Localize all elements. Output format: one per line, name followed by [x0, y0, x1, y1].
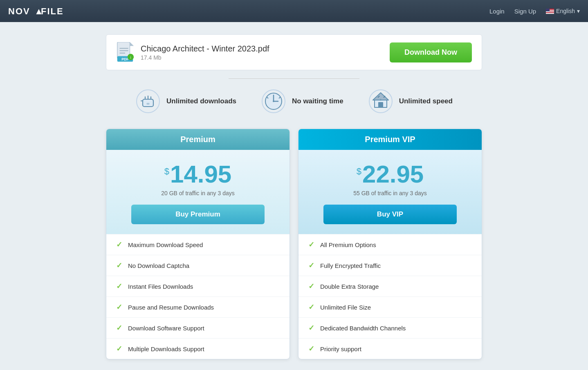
file-icon-wrap: PDF ↓: [116, 42, 134, 62]
feature-label: Double Extra Storage: [320, 283, 379, 290]
main-content: PDF ↓ Chicago Architect - Winter 2023.pd…: [98, 22, 490, 370]
speed-icon: ↑: [368, 89, 393, 114]
plan-premium-header: Premium: [106, 129, 290, 150]
plan-vip-dollar: $: [357, 166, 361, 177]
feature-label: Fully Encrypted Traffic: [320, 262, 381, 269]
divider: [229, 78, 359, 79]
language-label: English: [556, 8, 575, 14]
feature-label: Maximum Download Speed: [128, 241, 203, 248]
plan-vip-price: $ 22.95: [307, 162, 474, 187]
file-left: PDF ↓ Chicago Architect - Winter 2023.pd…: [116, 42, 269, 62]
plan-premium-traffic: 20 GB of traffic in any 3 days: [114, 190, 281, 196]
download-now-button[interactable]: Download Now: [390, 42, 472, 62]
clock-icon: [261, 89, 286, 114]
check-icon: ✓: [308, 344, 314, 353]
plan-premium-features: ✓ Maximum Download Speed ✓ No Download C…: [106, 234, 290, 359]
svg-text:↑: ↑: [379, 98, 382, 102]
file-icon: PDF ↓: [116, 42, 134, 62]
svg-marker-5: [130, 42, 134, 46]
plan-vip-traffic: 55 GB of traffic in any 3 days: [307, 190, 474, 196]
plan-vip: Premium VIP $ 22.95 55 GB of traffic in …: [298, 129, 482, 359]
list-item: ✓ Priority support: [298, 338, 482, 359]
check-icon: ✓: [308, 261, 314, 270]
logo-svg: NOV ▲ FILE: [8, 4, 72, 18]
svg-text:FILE: FILE: [41, 6, 64, 16]
feature-unlimited-downloads: ∞ Unlimited downloads: [135, 89, 236, 114]
plan-premium-dollar: $: [164, 166, 169, 177]
feature-unlimited-speed: ↑ Unlimited speed: [368, 89, 453, 114]
feature-label: All Premium Options: [320, 241, 376, 248]
svg-point-24: [273, 100, 274, 102]
list-item: ✓ Instant Files Downloads: [106, 276, 290, 296]
plan-vip-price-box: $ 22.95 55 GB of traffic in any 3 days B…: [298, 150, 482, 234]
svg-text:↓: ↓: [130, 54, 132, 59]
buy-premium-button[interactable]: Buy Premium: [131, 205, 265, 224]
check-icon: ✓: [116, 344, 122, 353]
file-size: 17.4 Mb: [141, 54, 269, 61]
plan-vip-header: Premium VIP: [298, 129, 482, 150]
plan-premium-price-box: $ 14.95 20 GB of traffic in any 3 days B…: [106, 150, 290, 234]
signup-link[interactable]: Sign Up: [514, 8, 536, 15]
check-icon: ✓: [116, 261, 122, 270]
list-item: ✓ All Premium Options: [298, 234, 482, 255]
list-item: ✓ Multiple Downloads Support: [106, 338, 290, 359]
file-details: Chicago Architect - Winter 2023.pdf 17.4…: [141, 44, 269, 61]
feature-label: Dedicated Bandwidth Channels: [320, 325, 406, 332]
pricing-row: Premium $ 14.95 20 GB of traffic in any …: [106, 129, 482, 359]
nav-right: Login Sign Up English ▾: [489, 8, 580, 15]
list-item: ✓ Fully Encrypted Traffic: [298, 255, 482, 276]
feature-label: No Download Captcha: [128, 262, 189, 269]
features-row: ∞ Unlimited downloads No waiting time: [106, 89, 482, 114]
feature-label: Unlimited File Size: [320, 304, 371, 311]
language-selector[interactable]: English ▾: [546, 8, 580, 14]
check-icon: ✓: [116, 240, 122, 249]
check-icon: ✓: [308, 282, 314, 291]
check-icon: ✓: [308, 323, 314, 332]
check-icon: ✓: [116, 282, 122, 291]
feature-label: Priority support: [320, 345, 361, 352]
plan-vip-features: ✓ All Premium Options ✓ Fully Encrypted …: [298, 234, 482, 359]
feature-unlimited-speed-label: Unlimited speed: [399, 97, 453, 105]
file-info-bar: PDF ↓ Chicago Architect - Winter 2023.pd…: [106, 34, 482, 70]
list-item: ✓ Unlimited File Size: [298, 296, 482, 317]
login-link[interactable]: Login: [489, 8, 505, 15]
feature-no-waiting-time-label: No waiting time: [292, 97, 343, 105]
svg-text:NOV: NOV: [8, 6, 30, 16]
list-item: ✓ Dedicated Bandwidth Channels: [298, 317, 482, 338]
check-icon: ✓: [308, 303, 314, 312]
buy-vip-button[interactable]: Buy VIP: [323, 205, 457, 224]
plan-premium-price: $ 14.95: [114, 162, 281, 187]
unlimited-downloads-icon: ∞: [135, 89, 161, 114]
list-item: ✓ Download Software Support: [106, 317, 290, 338]
plan-vip-amount: 22.95: [362, 162, 424, 187]
feature-label: Multiple Downloads Support: [128, 345, 204, 352]
list-item: ✓ Double Extra Storage: [298, 276, 482, 296]
list-item: ✓ Maximum Download Speed: [106, 234, 290, 255]
feature-label: Download Software Support: [128, 325, 204, 332]
filename: Chicago Architect - Winter 2023.pdf: [141, 44, 269, 53]
feature-unlimited-downloads-label: Unlimited downloads: [166, 97, 236, 105]
list-item: ✓ No Download Captcha: [106, 255, 290, 276]
list-item: ✓ Pause and Resume Downloads: [106, 296, 290, 317]
check-icon: ✓: [116, 303, 122, 312]
feature-no-waiting-time: No waiting time: [261, 89, 343, 114]
plan-premium: Premium $ 14.95 20 GB of traffic in any …: [106, 129, 290, 359]
feature-label: Instant Files Downloads: [128, 283, 193, 290]
svg-text:PDF: PDF: [121, 57, 128, 61]
language-arrow: ▾: [577, 8, 580, 14]
navbar: NOV ▲ FILE Login Sign Up English ▾: [0, 0, 588, 22]
feature-label: Pause and Resume Downloads: [128, 304, 214, 311]
svg-text:∞: ∞: [146, 101, 149, 106]
logo: NOV ▲ FILE: [8, 4, 72, 18]
check-icon: ✓: [116, 323, 122, 332]
plan-premium-amount: 14.95: [170, 162, 231, 187]
check-icon: ✓: [308, 240, 314, 249]
flag-icon: [546, 9, 554, 14]
svg-rect-29: [379, 103, 383, 107]
